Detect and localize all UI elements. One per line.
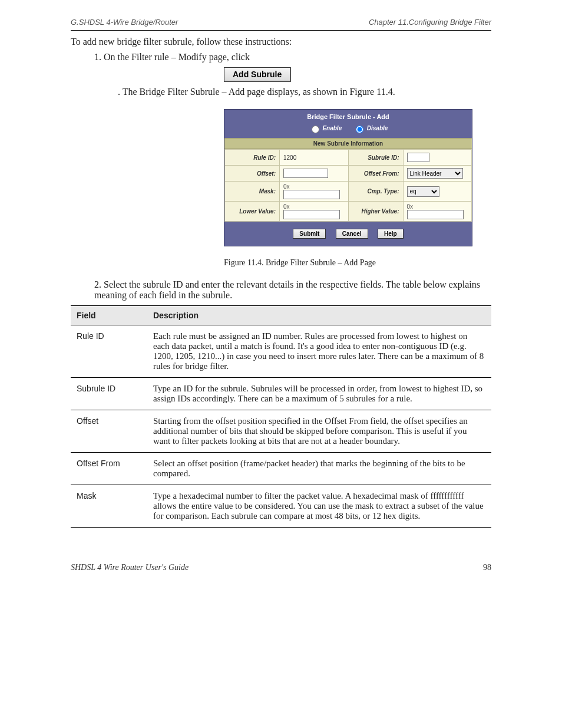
bridge-filter-subrule-add-dialog: Bridge Filter Subrule - Add Enable Disab… <box>224 109 472 246</box>
dialog-button-row: Submit Cancel Help <box>224 222 472 246</box>
offset-from-select[interactable]: Link Header <box>407 168 463 179</box>
figure-caption: Figure 11.4. Bridge Filter Subrule – Add… <box>224 258 491 268</box>
label-cmp-type: Cmp. Type: <box>348 182 403 202</box>
label-lower-value: Lower Value: <box>225 202 280 222</box>
step1-part-b: . The Bridge Filter Subrule – Add page d… <box>118 87 491 97</box>
step1-part-a: 1. On the Filter rule – Modify page, cli… <box>94 52 250 62</box>
desc-field-1: Subrule ID <box>71 378 147 410</box>
disable-text: Disable <box>367 125 388 131</box>
value-rule-id: 1200 <box>280 150 349 166</box>
desc-row: Mask Type a hexadecimal number to filter… <box>71 485 491 528</box>
desc-text-1: Type an ID for the subrule. Subrules wil… <box>147 378 491 410</box>
col-description: Description <box>147 306 491 325</box>
dialog-title: Bridge Filter Subrule - Add <box>224 110 472 121</box>
disable-radio-label[interactable]: Disable <box>353 125 388 131</box>
offset-input[interactable] <box>283 169 328 178</box>
help-button[interactable]: Help <box>378 229 404 239</box>
footer-left: SHDSL 4 Wire Router User's Guide <box>71 563 189 572</box>
intro-text: To add new bridge filter subrule, follow… <box>71 37 491 47</box>
add-subrule-button[interactable]: Add Subrule <box>224 67 291 82</box>
header-left: G.SHDSL 4-Wire Bridge/Router <box>71 18 178 27</box>
footer-page-number: 98 <box>483 563 491 572</box>
desc-field-2: Offset <box>71 410 147 453</box>
desc-row: Offset From Select an offset position (f… <box>71 453 491 485</box>
higher-prefix: 0x <box>407 203 414 210</box>
enable-radio[interactable] <box>312 126 319 133</box>
label-subrule-id: Subrule ID: <box>348 150 403 166</box>
desc-field-0: Rule ID <box>71 325 147 378</box>
label-offset: Offset: <box>225 166 280 182</box>
label-offset-from: Offset From: <box>348 166 403 182</box>
mask-prefix: 0x <box>283 183 290 190</box>
subrule-form-table: Rule ID: 1200 Subrule ID: Offset: Offset… <box>224 149 472 222</box>
enable-radio-label[interactable]: Enable <box>309 125 343 131</box>
cmp-type-select[interactable]: eq <box>407 186 439 197</box>
field-description-table: Field Description Rule ID Each rule must… <box>71 305 491 528</box>
desc-row: Subrule ID Type an ID for the subrule. S… <box>71 378 491 410</box>
dialog-enable-disable: Enable Disable <box>224 121 472 138</box>
desc-row: Offset Starting from the offset position… <box>71 410 491 453</box>
submit-button[interactable]: Submit <box>293 229 326 239</box>
desc-row: Rule ID Each rule must be assigned an ID… <box>71 325 491 378</box>
desc-field-4: Mask <box>71 485 147 528</box>
label-mask: Mask: <box>225 182 280 202</box>
dialog-section-head: New Subrule Information <box>224 138 472 149</box>
header-right: Chapter 11.Configuring Bridge Filter <box>369 18 491 27</box>
page-footer: SHDSL 4 Wire Router User's Guide 98 <box>71 563 491 572</box>
step-1: 1. On the Filter rule – Modify page, cli… <box>94 52 491 62</box>
enable-text: Enable <box>322 125 342 131</box>
desc-text-3: Select an offset position (frame/packet … <box>147 453 491 485</box>
disable-radio[interactable] <box>356 126 363 133</box>
page-header: G.SHDSL 4-Wire Bridge/Router Chapter 11.… <box>71 18 491 31</box>
subrule-id-input[interactable] <box>407 153 429 162</box>
label-higher-value: Higher Value: <box>348 202 403 222</box>
col-field: Field <box>71 306 147 325</box>
desc-text-2: Starting from the offset position specif… <box>147 410 491 453</box>
lower-prefix: 0x <box>283 203 290 210</box>
cancel-button[interactable]: Cancel <box>336 229 368 239</box>
mask-input[interactable] <box>283 190 340 199</box>
label-rule-id: Rule ID: <box>225 150 280 166</box>
desc-text-4: Type a hexadecimal number to filter the … <box>147 485 491 528</box>
step-2: 2. Select the subrule ID and enter the r… <box>94 279 491 301</box>
higher-value-input[interactable] <box>407 210 464 219</box>
desc-field-3: Offset From <box>71 453 147 485</box>
lower-value-input[interactable] <box>283 210 340 219</box>
desc-text-0: Each rule must be assigned an ID number.… <box>147 325 491 378</box>
